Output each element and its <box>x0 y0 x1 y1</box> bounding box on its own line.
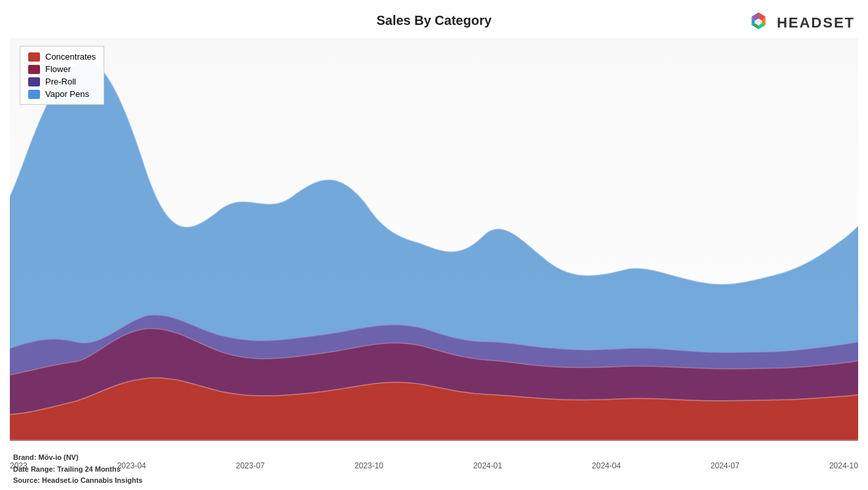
chart-svg <box>10 38 858 441</box>
source-label: Source: <box>13 476 40 484</box>
legend-label-vaporpens: Vapor Pens <box>45 89 89 99</box>
logo-text: HEADSET <box>777 14 855 31</box>
footer-source: Source: Headset.io Cannabis Insights <box>13 475 142 487</box>
logo-icon <box>745 10 772 36</box>
legend-swatch-flower <box>28 65 40 74</box>
x-label-2: 2023-07 <box>236 461 265 470</box>
legend-label-flower: Flower <box>45 64 71 74</box>
legend-item-preroll: Pre-Roll <box>28 77 96 86</box>
legend-swatch-preroll <box>28 77 40 86</box>
date-range-label: Date Range: <box>13 465 55 473</box>
x-label-4: 2024-01 <box>473 461 502 470</box>
chart-container: Sales By Category HEADSET Concentrates F… <box>0 0 868 490</box>
brand-label: Brand: <box>13 453 36 461</box>
legend-item-vaporpens: Vapor Pens <box>28 89 96 99</box>
legend-item-flower: Flower <box>28 64 96 74</box>
legend-label-concentrates: Concentrates <box>45 52 96 62</box>
legend-label-preroll: Pre-Roll <box>45 77 76 86</box>
x-label-7: 2024-10 <box>829 461 858 470</box>
legend-swatch-concentrates <box>28 52 40 62</box>
chart-legend: Concentrates Flower Pre-Roll Vapor Pens <box>20 46 104 105</box>
legend-swatch-vaporpens <box>28 90 40 99</box>
brand-value: Mōv-io (NV) <box>39 453 79 461</box>
x-label-3: 2023-10 <box>355 461 384 470</box>
legend-item-concentrates: Concentrates <box>28 52 96 62</box>
logo: HEADSET <box>745 10 855 36</box>
chart-title: Sales By Category <box>13 13 855 28</box>
footer-date-range: Date Range: Trailing 24 Months <box>13 464 142 476</box>
x-label-5: 2024-04 <box>592 461 621 470</box>
x-label-6: 2024-07 <box>711 461 740 470</box>
source-value: Headset.io Cannabis Insights <box>42 476 142 484</box>
footer-brand: Brand: Mōv-io (NV) <box>13 452 142 464</box>
footer-info: Brand: Mōv-io (NV) Date Range: Trailing … <box>13 452 142 487</box>
date-range-value: Trailing 24 Months <box>57 465 121 473</box>
